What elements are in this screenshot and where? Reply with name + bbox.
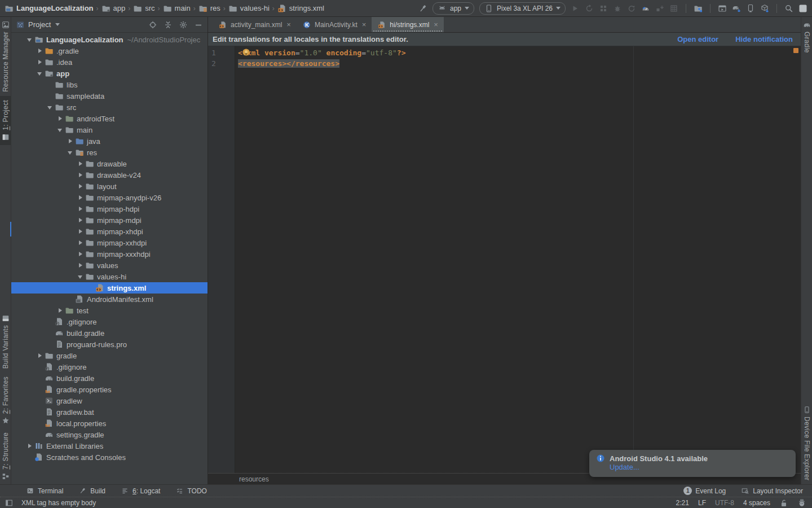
- status-widget-utf-8[interactable]: UTF-8: [715, 499, 734, 507]
- tree-row[interactable]: .idea: [11, 56, 208, 68]
- breadcrumb-item-app[interactable]: app: [102, 4, 126, 13]
- collapse-all-button[interactable]: [164, 20, 173, 29]
- window-run-button[interactable]: [718, 4, 727, 13]
- tool-window-button-build-variants[interactable]: Build Variants: [0, 310, 11, 373]
- stripe-toggle-icon[interactable]: [5, 498, 14, 507]
- tree-row[interactable]: src: [11, 102, 208, 113]
- tree-row[interactable]: Scratches and Consoles: [11, 452, 208, 463]
- tree-row[interactable]: gradle.properties: [11, 384, 208, 395]
- tree-row[interactable]: .gradle: [11, 45, 208, 56]
- tree-row[interactable]: build.gradle: [11, 373, 208, 384]
- chevron-collapsed-icon[interactable]: [76, 193, 85, 202]
- breadcrumb-item-strings.xml[interactable]: strings.xml: [277, 4, 324, 13]
- project-view-selector[interactable]: Project: [28, 20, 51, 29]
- tree-row[interactable]: androidTest: [11, 113, 208, 124]
- code-editor[interactable]: 12 <?xml version="1.0" encoding="utf-8"?…: [208, 46, 801, 473]
- tree-row[interactable]: local.properties: [11, 418, 208, 429]
- sdk-manager-button[interactable]: [760, 4, 769, 13]
- close-icon[interactable]: ×: [434, 20, 438, 29]
- tree-row[interactable]: mipmap-mdpi: [11, 214, 208, 226]
- chevron-collapsed-icon[interactable]: [36, 46, 45, 55]
- tool-window-button-gradle[interactable]: Gradle: [801, 17, 812, 57]
- tree-row[interactable]: app: [11, 68, 208, 79]
- run_config-selector[interactable]: app: [433, 2, 474, 15]
- tree-row[interactable]: mipmap-anydpi-v26: [11, 192, 208, 203]
- tool-window-button-terminal[interactable]: Terminal: [25, 487, 63, 496]
- chevron-collapsed-icon[interactable]: [76, 238, 85, 247]
- device-selector[interactable]: Pixel 3a XL API 26: [479, 2, 566, 15]
- breadcrumb-item-main[interactable]: main: [163, 4, 191, 13]
- breadcrumb-item-LanguageLocalization[interactable]: LanguageLocalization: [5, 4, 94, 13]
- chevron-collapsed-icon[interactable]: [76, 216, 85, 225]
- open-editor-link[interactable]: Open editor: [677, 35, 718, 43]
- chevron-collapsed-icon[interactable]: [76, 261, 85, 270]
- tree-row[interactable]: mipmap-xxxhdpi: [11, 248, 208, 260]
- chevron-collapsed-icon[interactable]: [76, 182, 85, 191]
- chevron-collapsed-icon[interactable]: [76, 227, 85, 236]
- tree-row[interactable]: build.gradle: [11, 327, 208, 339]
- tool-window-button-todo[interactable]: TODO: [175, 487, 206, 496]
- breadcrumb-item-src[interactable]: src: [133, 4, 155, 13]
- tool-window-button-resource-manager[interactable]: Resource Manager: [0, 17, 11, 96]
- tree-row[interactable]: mipmap-xxhdpi: [11, 237, 208, 248]
- hide-notification-link[interactable]: Hide notification: [735, 35, 793, 43]
- chevron-collapsed-icon[interactable]: [76, 170, 85, 179]
- chevron-expanded-icon[interactable]: [76, 272, 85, 281]
- tool-window-button-device-file-explorer[interactable]: Device File Explorer: [801, 402, 812, 484]
- profiler-button[interactable]: [641, 4, 650, 13]
- device-manager-button[interactable]: [746, 4, 755, 13]
- tree-row[interactable]: LanguageLocalization~/AndroidStudioProje…: [11, 34, 208, 45]
- event-log-button[interactable]: 1Event Log: [683, 487, 726, 496]
- chevron-collapsed-icon[interactable]: [56, 306, 65, 315]
- tree-row[interactable]: .gitignore: [11, 316, 208, 327]
- editor-tab[interactable]: MainActivity.kt×: [297, 17, 372, 32]
- inspector-face-icon[interactable]: [797, 498, 806, 507]
- chevron-expanded-icon[interactable]: [66, 148, 75, 157]
- breadcrumb-item-res[interactable]: res: [198, 4, 220, 13]
- chevron-collapsed-icon[interactable]: [25, 441, 34, 450]
- tree-row[interactable]: gradlew: [11, 395, 208, 406]
- square-button[interactable]: [798, 4, 807, 13]
- status-widget-4-spaces[interactable]: 4 spaces: [743, 499, 770, 507]
- editor-tab[interactable]: hi/strings.xml×: [372, 17, 444, 32]
- tree-row[interactable]: layout: [11, 181, 208, 192]
- chevron-collapsed-icon[interactable]: [56, 114, 65, 123]
- target-button[interactable]: [148, 20, 157, 29]
- tree-row[interactable]: settings.gradle: [11, 429, 208, 440]
- chevron-expanded-icon[interactable]: [46, 103, 55, 112]
- tree-row[interactable]: test: [11, 305, 208, 316]
- chevron-expanded-icon[interactable]: [56, 125, 65, 134]
- status-widget-2-21[interactable]: 2:21: [676, 499, 689, 507]
- project-structure-button[interactable]: [694, 4, 703, 13]
- tool-window-button-7-structure[interactable]: 7: Structure: [0, 428, 11, 484]
- chevron-expanded-icon[interactable]: [25, 35, 34, 44]
- tree-row[interactable]: values-hi: [11, 271, 208, 282]
- tree-row[interactable]: gradle: [11, 350, 208, 361]
- chevron-collapsed-icon[interactable]: [36, 58, 45, 67]
- intention-bulb-icon[interactable]: [242, 48, 250, 56]
- tree-row[interactable]: External Libraries: [11, 440, 208, 452]
- chevron-collapsed-icon[interactable]: [66, 137, 75, 146]
- tree-row[interactable]: sampledata: [11, 90, 208, 102]
- breadcrumb-item-values-hi[interactable]: values-hi: [228, 4, 270, 13]
- breadcrumb-resources[interactable]: resources: [239, 475, 269, 483]
- chevron-collapsed-icon[interactable]: [36, 351, 45, 360]
- chevron-collapsed-icon[interactable]: [76, 249, 85, 259]
- hammer-button[interactable]: [418, 4, 427, 13]
- tree-row[interactable]: .gitignore: [11, 361, 208, 373]
- gradle-sync-button[interactable]: [732, 4, 741, 13]
- tree-row[interactable]: res: [11, 147, 208, 158]
- minimize-button[interactable]: [194, 20, 203, 29]
- tree-row[interactable]: AndroidManifest.xml: [11, 294, 208, 305]
- tool-window-button-build[interactable]: Build: [78, 487, 105, 496]
- chevron-collapsed-icon[interactable]: [76, 159, 85, 168]
- chevron-expanded-icon[interactable]: [36, 69, 45, 78]
- search-button[interactable]: [784, 4, 793, 13]
- tool-window-button-1-project[interactable]: 1: Project: [0, 96, 11, 145]
- tree-row[interactable]: drawable: [11, 158, 208, 169]
- status-widget-lf[interactable]: LF: [698, 499, 706, 507]
- tree-row[interactable]: drawable-v24: [11, 169, 208, 181]
- layout-inspector-button[interactable]: Layout Inspector: [740, 487, 803, 496]
- tool-window-button-2-favorites[interactable]: 2: Favorites: [0, 373, 11, 428]
- tool-window-button-6-logcat[interactable]: 6: Logcat: [120, 487, 160, 496]
